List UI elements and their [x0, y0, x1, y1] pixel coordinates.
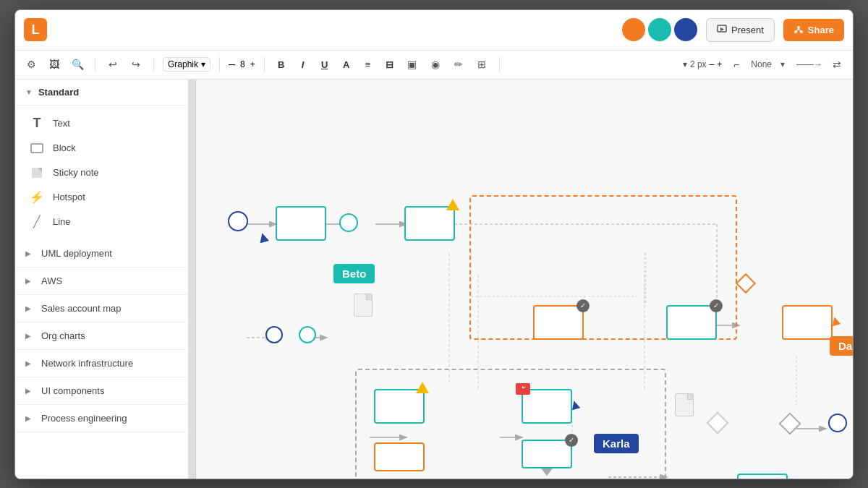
arrow-style-button[interactable]: ——→	[796, 59, 822, 69]
present-icon	[717, 25, 727, 35]
sidebar-item-sticky-note[interactable]: Sticky note	[15, 160, 188, 185]
avatar-2	[648, 18, 671, 41]
undo-icon[interactable]: ↩	[104, 56, 122, 73]
settings-icon[interactable]: ⚙	[22, 56, 40, 73]
text-color-button[interactable]: A	[339, 56, 354, 72]
toolbar-separator-4	[264, 57, 265, 72]
font-selector[interactable]: Graphik ▾	[163, 57, 210, 72]
check-badge-1: ✓	[576, 299, 590, 312]
diag-box-teal-7[interactable]	[737, 474, 788, 479]
sticky-note-label: Sticky note	[53, 167, 99, 178]
font-size-decrease[interactable]: –	[229, 59, 235, 70]
sidebar-item-hotspot[interactable]: ⚡ Hotspot	[15, 185, 188, 210]
app-window: L Present Share ⚙ 🖼 🔍 ↩ ↪ Graphik ▾ –	[14, 9, 854, 479]
fill-button[interactable]: ◉	[427, 56, 444, 73]
underline-button[interactable]: U	[317, 56, 333, 72]
circle-start-1[interactable]	[228, 211, 248, 231]
sidebar-item-text[interactable]: T Text	[15, 111, 188, 136]
uml-chevron: ▶	[25, 249, 31, 257]
toolbar: ⚙ 🖼 🔍 ↩ ↪ Graphik ▾ – 8 + B I U A ≡ ⊟ ▣ …	[15, 51, 853, 80]
block-label: Block	[53, 142, 76, 153]
check-badge-3: ✓	[565, 434, 578, 447]
standard-section-label: Standard	[38, 87, 79, 98]
arrow-down	[541, 468, 553, 476]
italic-button[interactable]: I	[295, 56, 311, 72]
sidebar-item-ui-components[interactable]: ▶ UI components	[15, 377, 188, 405]
svg-line-6	[799, 29, 801, 32]
circle-4[interactable]	[299, 326, 316, 343]
pen-button[interactable]: ✏	[450, 56, 467, 73]
sidebar-item-process-engineering[interactable]: ▶ Process engineering	[15, 405, 188, 432]
sidebar-item-line[interactable]: ╱ Line	[15, 210, 188, 234]
circle-2[interactable]	[339, 213, 358, 232]
uml-label: UML deployment	[41, 248, 112, 259]
org-chevron: ▶	[25, 332, 31, 340]
bold-button[interactable]: B	[273, 56, 289, 72]
diamond-1	[736, 273, 756, 293]
stroke-style-dropdown[interactable]: ▾	[780, 59, 785, 69]
svg-marker-1	[720, 27, 724, 31]
font-size-group: – 8 +	[229, 59, 255, 70]
diag-box-orange-2[interactable]: ▲	[782, 305, 833, 340]
process-label: Process engineering	[41, 413, 127, 424]
svg-rect-7	[31, 144, 43, 153]
cursor-blue-2: ▲	[566, 394, 584, 414]
diamond-3	[778, 412, 801, 435]
diag-box-teal-6[interactable]: ✓	[522, 440, 572, 468]
sidebar-item-sales-account-map[interactable]: ▶ Sales account map	[15, 295, 188, 322]
diag-box-teal-4[interactable]: !	[374, 389, 425, 424]
stroke-width-increase[interactable]: +	[717, 59, 722, 69]
sidebar-item-org-charts[interactable]: ▶ Org charts	[15, 322, 188, 350]
circle-3[interactable]	[265, 326, 283, 343]
warning-badge-1	[446, 199, 459, 210]
sidebar-item-block[interactable]: Block	[15, 136, 188, 160]
stroke-style-label[interactable]: None	[751, 59, 772, 69]
scroll-indicator	[189, 80, 196, 479]
corner-style-button[interactable]: ⌐	[728, 56, 745, 73]
doc-icon-2	[675, 393, 694, 416]
table-button[interactable]: ⊞	[473, 56, 490, 73]
standard-section-header[interactable]: ▼ Standard	[15, 80, 188, 106]
warning-text-2: !	[423, 388, 425, 395]
warning-text-1: !	[454, 205, 456, 212]
border-button[interactable]: ▣	[404, 56, 421, 73]
diagram-svg	[189, 80, 853, 479]
sidebar-item-network-infrastructure[interactable]: ▶ Network infrastructure	[15, 350, 188, 377]
redo-icon[interactable]: ↪	[127, 56, 145, 73]
image-icon[interactable]: 🖼	[46, 56, 63, 73]
font-size-increase[interactable]: +	[250, 59, 255, 69]
diag-box-orange-1[interactable]: ✓	[533, 305, 584, 340]
font-size-value: 8	[237, 59, 248, 69]
share-button[interactable]: Share	[783, 19, 844, 41]
process-chevron: ▶	[25, 414, 31, 422]
stroke-width-decrease[interactable]: –	[710, 59, 715, 69]
diag-box-teal-5[interactable]: ❝ ▲	[522, 389, 572, 424]
present-button[interactable]: Present	[706, 18, 775, 42]
diag-box-teal-1[interactable]	[276, 206, 326, 241]
swap-button[interactable]: ⇄	[828, 56, 846, 73]
label-beto: Beto	[333, 264, 375, 283]
sidebar-item-uml-deployment[interactable]: ▶ UML deployment	[15, 240, 188, 267]
line-label: Line	[53, 216, 71, 227]
diag-box-orange-3[interactable]	[374, 442, 425, 471]
line-icon: ╱	[30, 215, 44, 229]
quote-badge: ❝	[516, 383, 530, 395]
stroke-group: ▾ 2 px – +	[683, 59, 722, 69]
diag-box-teal-2[interactable]: !	[404, 206, 455, 241]
circle-end[interactable]	[828, 414, 847, 432]
ui-label: UI components	[41, 385, 104, 396]
diag-box-teal-3[interactable]: ✓	[666, 305, 717, 340]
svg-line-5	[796, 29, 799, 32]
align-button[interactable]: ≡	[360, 56, 376, 72]
search-icon[interactable]: 🔍	[69, 56, 86, 73]
share-label: Share	[808, 25, 834, 35]
stroke-width-dropdown[interactable]: ▾	[683, 59, 687, 69]
svg-point-2	[797, 26, 800, 29]
ui-chevron: ▶	[25, 387, 31, 395]
doc-icon-1	[354, 294, 373, 317]
app-logo[interactable]: L	[24, 18, 47, 41]
align-right-button[interactable]: ⊟	[382, 56, 398, 72]
canvas-area[interactable]: ▲ ! Beto ✓	[189, 80, 853, 479]
top-bar: L Present Share	[15, 10, 853, 51]
sidebar-item-aws[interactable]: ▶ AWS	[15, 267, 188, 295]
